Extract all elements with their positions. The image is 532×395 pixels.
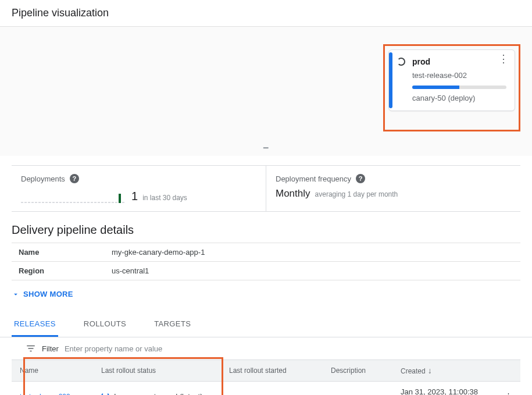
- metric-deployments: Deployments ? 1 in last 30 days: [12, 166, 266, 211]
- help-icon[interactable]: ?: [356, 174, 365, 183]
- detail-row-region: Region us-central1: [12, 262, 520, 280]
- metric-frequency: Deployment frequency ? Monthly averaging…: [266, 166, 520, 211]
- tabs: RELEASES ROLLOUTS TARGETS: [0, 312, 532, 337]
- filter-label: Filter: [42, 344, 59, 353]
- metric-label: Deployments: [21, 175, 65, 183]
- show-more-button[interactable]: SHOW MORE: [0, 280, 532, 308]
- row-more-menu[interactable]: ⋮: [497, 382, 520, 396]
- help-icon[interactable]: ?: [70, 174, 79, 183]
- card-accent: [389, 52, 392, 108]
- details-table: Name my-gke-canary-demo-app-1 Region us-…: [12, 243, 520, 280]
- table-row: test-release-002In progress to prod (lat…: [12, 382, 520, 396]
- tab-rollouts[interactable]: ROLLOUTS: [81, 312, 128, 337]
- more-menu-icon[interactable]: ⋮: [498, 56, 509, 62]
- filter-input[interactable]: [65, 344, 506, 353]
- status-cell: In progress to prod (latest): [93, 382, 221, 396]
- pipeline-visualization-area: prod ⋮ test-release-002 canary-50 (deplo…: [0, 27, 532, 143]
- release-link[interactable]: test-release-002: [20, 393, 70, 396]
- detail-value: my-gke-canary-demo-app-1: [105, 243, 520, 262]
- deployments-suffix: in last 30 days: [142, 194, 187, 202]
- description-cell: [323, 382, 392, 396]
- target-status: canary-50 (deploy): [412, 94, 506, 102]
- frequency-suffix: averaging 1 day per month: [315, 190, 398, 198]
- spinner-icon: [397, 58, 405, 66]
- filter-icon: [26, 343, 36, 354]
- detail-label: Region: [12, 262, 105, 280]
- target-card-prod[interactable]: prod ⋮ test-release-002 canary-50 (deplo…: [388, 49, 515, 111]
- progress-bar: [412, 86, 506, 89]
- col-created[interactable]: Created↓: [392, 360, 497, 382]
- collapse-handle[interactable]: ━: [0, 143, 532, 156]
- deployments-count: 1: [131, 190, 138, 203]
- spinner-icon: [101, 392, 109, 395]
- metric-label: Deployment frequency: [276, 175, 351, 183]
- progress-bar-fill: [412, 86, 459, 89]
- highlight-frame: prod ⋮ test-release-002 canary-50 (deplo…: [383, 44, 520, 131]
- target-name: prod: [412, 57, 430, 66]
- show-more-label: SHOW MORE: [23, 290, 73, 298]
- started-cell: —: [221, 382, 323, 396]
- filter-bar: Filter: [12, 337, 520, 360]
- detail-label: Name: [12, 243, 105, 262]
- page-title: Pipeline visualization: [0, 0, 532, 26]
- tab-targets[interactable]: TARGETS: [152, 312, 193, 337]
- target-release: test-release-002: [412, 71, 506, 80]
- releases-table-wrap: Name Last rollout status Last rollout st…: [12, 360, 520, 395]
- detail-value: us-central1: [105, 262, 520, 280]
- sort-desc-icon: ↓: [428, 366, 432, 375]
- col-status[interactable]: Last rollout status: [93, 360, 221, 382]
- tab-releases[interactable]: RELEASES: [12, 312, 58, 337]
- col-description[interactable]: Description: [323, 360, 392, 382]
- releases-table: Name Last rollout status Last rollout st…: [12, 360, 520, 395]
- release-name-cell: test-release-002: [12, 382, 93, 396]
- frequency-value: Monthly: [276, 188, 310, 200]
- sparkline: [21, 189, 124, 203]
- created-cell: Jan 31, 2023, 11:00:38 AM: [392, 382, 497, 396]
- col-name[interactable]: Name: [12, 360, 93, 382]
- details-title: Delivery pipeline details: [0, 212, 532, 243]
- col-actions: [497, 360, 520, 382]
- chevron-down-icon: [12, 290, 20, 298]
- col-started[interactable]: Last rollout started: [221, 360, 323, 382]
- detail-row-name: Name my-gke-canary-demo-app-1: [12, 243, 520, 262]
- metrics-row: Deployments ? 1 in last 30 days Deployme…: [12, 165, 520, 212]
